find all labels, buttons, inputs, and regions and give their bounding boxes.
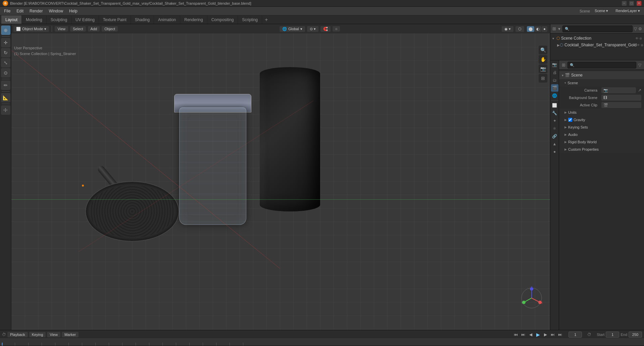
pivot-selector[interactable]: ⊙ ▾ [307, 26, 318, 32]
object-props-icon[interactable]: ⬜ [551, 102, 558, 109]
play-button[interactable]: ▶ [535, 332, 541, 338]
material-preview[interactable]: ◐ [535, 26, 541, 32]
active-clip-value[interactable]: 🎬 [601, 102, 641, 108]
minimize-button[interactable]: − [622, 1, 627, 6]
local-view-button[interactable]: ⊞ [539, 74, 547, 83]
end-frame-input[interactable] [629, 332, 642, 338]
tab-layout[interactable]: Layout [1, 15, 22, 24]
step-forward-button[interactable]: ▶ [542, 332, 548, 338]
select-icon-2[interactable]: ⊕ [641, 43, 643, 47]
vis-icon-2[interactable]: 👁 [637, 43, 640, 47]
jump-end-button[interactable]: ⏭ [557, 332, 563, 338]
zoom-in-button[interactable]: 🔍 [539, 46, 547, 54]
menu-window[interactable]: Window [46, 8, 66, 14]
viewport[interactable]: ⬜ Object Mode ▾ View Select Add Object 🌐… [11, 24, 550, 330]
data-props-icon[interactable]: ▲ [551, 140, 558, 148]
menu-file[interactable]: File [1, 8, 13, 14]
title-bar-controls[interactable]: − □ ✕ [622, 1, 641, 6]
select-menu[interactable]: Select [70, 26, 86, 32]
tab-rendering[interactable]: Rendering [180, 15, 207, 24]
pan-view-button[interactable]: ✋ [539, 55, 547, 64]
physics-props-icon[interactable]: ⚛ [551, 125, 558, 132]
scene-selector[interactable]: Scene ▾ [592, 8, 611, 14]
rendered-mode[interactable]: ● [542, 26, 547, 32]
render-props-icon[interactable]: 📷 [551, 61, 558, 68]
close-button[interactable]: ✕ [637, 1, 641, 6]
tab-modeling[interactable]: Modeling [22, 15, 47, 24]
outliner-search-input[interactable] [562, 26, 633, 32]
background-scene-value[interactable]: 🎞 [601, 95, 641, 101]
move-tool[interactable]: ✛ [1, 38, 10, 47]
jump-start-button[interactable]: ⏮ [513, 332, 519, 338]
select-restrict-icon[interactable]: ⊕ [639, 37, 642, 40]
scene-sub-header[interactable]: ▾ Scene [559, 79, 644, 87]
units-section[interactable]: ▶ Units [559, 109, 644, 116]
visibility-icon[interactable]: 👁 [635, 37, 639, 40]
modifier-props-icon[interactable]: 🔧 [551, 109, 558, 117]
menu-help[interactable]: Help [66, 8, 80, 14]
camera-settings-icon[interactable]: ↗ [638, 88, 641, 93]
start-frame-input[interactable] [606, 332, 619, 338]
solid-mode[interactable]: ⬤ [527, 26, 534, 32]
menu-edit[interactable]: Edit [14, 8, 26, 14]
gravity-section[interactable]: ▶ Gravity [559, 116, 644, 123]
add-cube-tool[interactable]: ☩ [1, 105, 10, 115]
output-props-icon[interactable]: 🖨 [551, 69, 558, 76]
props-filter-icon[interactable]: ▽ [638, 63, 641, 67]
jump-next-keyframe[interactable]: ⏭ [550, 332, 556, 338]
viewlayer-props-icon[interactable]: 🗂 [551, 77, 558, 84]
tab-compositing[interactable]: Compositing [207, 15, 238, 24]
scene-props-icon[interactable]: 🎬 [551, 84, 558, 92]
xray-toggle[interactable]: ⬡ [515, 26, 524, 32]
keying-menu[interactable]: Keying [29, 332, 46, 337]
viewport-gizmo[interactable]: X Y Z [520, 286, 543, 310]
audio-section[interactable]: ▶ Audio [559, 131, 644, 138]
cursor-tool[interactable]: ⊕ [1, 26, 10, 35]
constraint-props-icon[interactable]: 🔗 [551, 133, 558, 140]
add-workspace-button[interactable]: + [262, 15, 270, 24]
mode-selector[interactable]: ⬜ Object Mode ▾ [13, 26, 49, 32]
keying-sets-section[interactable]: ▶ Keying Sets [559, 123, 644, 131]
current-frame-input[interactable] [568, 332, 582, 338]
camera-value[interactable]: 📷 [601, 87, 636, 93]
view-menu-tl[interactable]: View [47, 332, 60, 337]
custom-properties-section[interactable]: ▶ Custom Properties [559, 146, 644, 153]
playback-menu[interactable]: Playback [7, 332, 28, 337]
maximize-button[interactable]: □ [629, 1, 634, 6]
transform-tool[interactable]: ⊙ [1, 68, 10, 78]
renderlayer-selector[interactable]: RenderLayer ▾ [613, 8, 643, 14]
tab-texture-paint[interactable]: Texture Paint [99, 15, 131, 24]
filter-icon[interactable]: ▽ [634, 27, 637, 31]
outliner-collection-item[interactable]: ▶ ⬡ Cocktail_Shaker_Set_Transparent_Gold… [550, 42, 644, 48]
outliner-scene-collection[interactable]: ▾ ⬡ Scene Collection 👁 ⊕ [550, 35, 644, 42]
particle-props-icon[interactable]: ✦ [551, 117, 558, 125]
step-back-button[interactable]: ◀ [528, 332, 534, 338]
rotate-tool[interactable]: ↻ [1, 48, 10, 57]
timeline-ruler-bar[interactable]: 10 90 130 180 220 270 310 350 400 450 50… [0, 339, 644, 346]
marker-menu[interactable]: Marker [62, 332, 79, 337]
jump-prev-keyframe[interactable]: ⏭ [520, 332, 526, 338]
tab-sculpting[interactable]: Sculpting [47, 15, 71, 24]
tab-scripting[interactable]: Scripting [238, 15, 262, 24]
transform-space-selector[interactable]: 🌐 Global ▾ [280, 26, 305, 32]
menu-render[interactable]: Render [27, 8, 45, 14]
snap-toggle[interactable]: 🧲 [320, 26, 331, 32]
world-props-icon[interactable]: 🌐 [551, 92, 558, 99]
camera-view-button[interactable]: 📷 [539, 64, 547, 73]
proportional-edit[interactable]: ○ [333, 26, 340, 32]
material-props-icon[interactable]: ● [551, 148, 558, 155]
scene-section-header[interactable]: ▾ 🎬 Scene [559, 71, 644, 79]
rigid-body-world-section[interactable]: ▶ Rigid Body World [559, 138, 644, 146]
gravity-checkbox[interactable] [568, 118, 572, 122]
viewport-overlays[interactable]: ◉ ▾ [502, 26, 513, 32]
view-menu[interactable]: View [55, 26, 68, 32]
options-button[interactable]: ⚙ [638, 27, 642, 31]
annotate-tool[interactable]: ✏ [1, 81, 10, 90]
tab-animation[interactable]: Animation [154, 15, 180, 24]
measure-tool[interactable]: 📐 [1, 93, 10, 102]
viewport-canvas[interactable]: User Perspective (1) Scene Collection | … [11, 34, 550, 330]
add-menu[interactable]: Add [88, 26, 100, 32]
tab-shading[interactable]: Shading [131, 15, 154, 24]
object-menu[interactable]: Object [102, 26, 118, 32]
scale-tool[interactable]: ⤡ [1, 58, 10, 67]
